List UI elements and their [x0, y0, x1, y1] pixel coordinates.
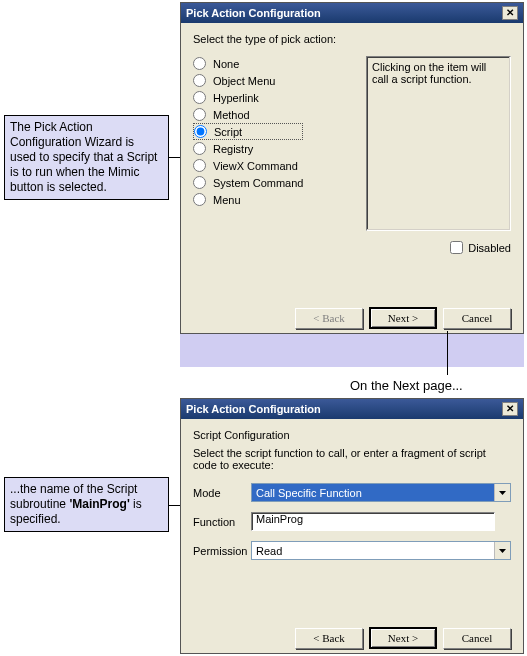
radio-method[interactable]: Method	[193, 106, 303, 123]
back-button: < Back	[295, 308, 363, 329]
close-icon[interactable]: ✕	[502, 6, 518, 20]
dialog-pick-action-step2: Pick Action Configuration ✕ Script Confi…	[180, 398, 524, 654]
button-row-2: < BackNext >Cancel	[181, 621, 523, 656]
function-input[interactable]: MainProg	[251, 512, 495, 531]
close-icon-2[interactable]: ✕	[502, 402, 518, 416]
heading-text: Script Configuration	[193, 429, 511, 441]
radio-group-action-type: None Object Menu Hyperlink Method Script…	[193, 55, 303, 208]
next-button-2[interactable]: Next >	[369, 627, 437, 649]
svg-marker-1	[499, 549, 506, 553]
description-box: Clicking on the item will call a script …	[366, 56, 511, 231]
disabled-checkbox-row[interactable]: Disabled	[450, 241, 511, 254]
cancel-button-2[interactable]: Cancel	[443, 628, 511, 649]
radio-hyperlink[interactable]: Hyperlink	[193, 89, 303, 106]
prompt-text: Select the type of pick action:	[193, 33, 511, 45]
chevron-down-icon[interactable]	[494, 484, 510, 501]
mode-label: Mode	[193, 487, 251, 499]
next-page-label: On the Next page...	[350, 378, 463, 393]
cancel-button[interactable]: Cancel	[443, 308, 511, 329]
back-button-2[interactable]: < Back	[295, 628, 363, 649]
radio-none[interactable]: None	[193, 55, 303, 72]
permission-row: Permission Read	[193, 541, 511, 560]
radio-registry[interactable]: Registry	[193, 140, 303, 157]
titlebar: Pick Action Configuration ✕	[181, 3, 523, 23]
connector-line-next	[447, 331, 448, 375]
dialog-pick-action-step1: Pick Action Configuration ✕ Select the t…	[180, 2, 524, 334]
chevron-down-icon[interactable]	[494, 542, 510, 559]
function-row: Function MainProg	[193, 512, 511, 531]
radio-object-menu[interactable]: Object Menu	[193, 72, 303, 89]
mode-row: Mode Call Specific Function	[193, 483, 511, 502]
dialog-title-2: Pick Action Configuration	[186, 403, 321, 415]
radio-menu[interactable]: Menu	[193, 191, 303, 208]
prompt-text-2: Select the script function to call, or e…	[193, 447, 511, 471]
dialog-title: Pick Action Configuration	[186, 7, 321, 19]
callout-mainprog: ...the name of the Script subroutine 'Ma…	[4, 477, 169, 532]
callout-pick-action-wizard: The Pick Action Configuration Wizard is …	[4, 115, 169, 200]
radio-script[interactable]: Script	[193, 123, 303, 140]
disabled-checkbox[interactable]	[450, 241, 463, 254]
function-label: Function	[193, 516, 251, 528]
permission-label: Permission	[193, 545, 251, 557]
permission-combo[interactable]: Read	[251, 541, 511, 560]
mode-combo[interactable]: Call Specific Function	[251, 483, 511, 502]
radio-system-command[interactable]: System Command	[193, 174, 303, 191]
next-button[interactable]: Next >	[369, 307, 437, 329]
svg-marker-0	[499, 491, 506, 495]
separator-band	[180, 334, 524, 367]
titlebar-2: Pick Action Configuration ✕	[181, 399, 523, 419]
radio-viewx-command[interactable]: ViewX Command	[193, 157, 303, 174]
